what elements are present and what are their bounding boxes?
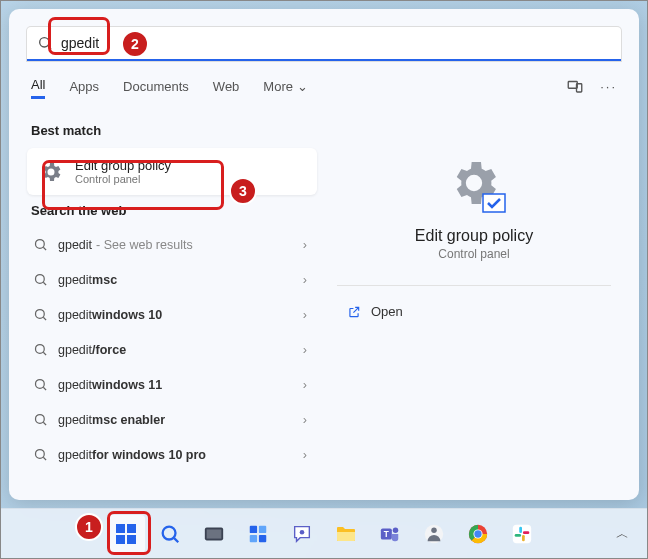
svg-rect-28 xyxy=(259,525,266,532)
annotation-badge-3: 3 xyxy=(229,177,257,205)
svg-rect-27 xyxy=(250,525,257,532)
tab-documents[interactable]: Documents xyxy=(123,79,189,94)
svg-rect-26 xyxy=(207,529,222,538)
search-icon xyxy=(33,377,48,392)
chat-button[interactable] xyxy=(283,515,321,553)
search-icon xyxy=(33,447,48,462)
devices-icon[interactable] xyxy=(566,77,584,95)
tab-apps[interactable]: Apps xyxy=(69,79,99,94)
svg-rect-45 xyxy=(522,534,525,540)
more-options-icon[interactable]: ··· xyxy=(600,79,617,94)
slack-icon xyxy=(511,523,533,545)
svg-rect-46 xyxy=(523,531,529,534)
task-view-button[interactable] xyxy=(195,515,233,553)
checkmark-overlay-icon xyxy=(482,193,506,213)
best-match-subtitle: Control panel xyxy=(75,173,171,185)
svg-point-23 xyxy=(163,526,176,539)
web-result-item[interactable]: gpedit msc› xyxy=(27,263,317,296)
svg-point-34 xyxy=(393,527,399,533)
svg-line-11 xyxy=(43,352,46,355)
svg-point-31 xyxy=(300,529,305,534)
svg-rect-43 xyxy=(519,526,522,532)
search-icon xyxy=(37,35,53,51)
search-input[interactable]: gpedit xyxy=(27,27,621,61)
slack-button[interactable] xyxy=(503,515,541,553)
svg-line-15 xyxy=(43,422,46,425)
search-panel: gpedit All Apps Documents Web More⌄ ··· … xyxy=(9,9,639,500)
svg-rect-22 xyxy=(127,535,136,544)
chevron-right-icon: › xyxy=(303,343,307,357)
tab-more[interactable]: More⌄ xyxy=(263,79,308,94)
start-button[interactable] xyxy=(107,515,145,553)
svg-rect-21 xyxy=(116,535,125,544)
web-result-item[interactable]: gpedit windows 10› xyxy=(27,298,317,331)
web-result-item[interactable]: gpedit /force› xyxy=(27,333,317,366)
preview-subtitle: Control panel xyxy=(438,247,509,261)
svg-point-6 xyxy=(36,275,45,284)
chevron-right-icon: › xyxy=(303,413,307,427)
widgets-button[interactable] xyxy=(239,515,277,553)
open-label: Open xyxy=(371,304,403,319)
svg-rect-20 xyxy=(127,524,136,533)
svg-rect-19 xyxy=(116,524,125,533)
web-result-item[interactable]: gpedit - See web results› xyxy=(27,228,317,261)
svg-line-5 xyxy=(43,247,46,250)
svg-point-41 xyxy=(474,530,481,537)
preview-pane: Edit group policy Control panel Open xyxy=(327,115,621,471)
annotation-badge-1: 1 xyxy=(75,513,103,541)
preview-title: Edit group policy xyxy=(415,227,533,245)
search-icon xyxy=(33,237,48,252)
tab-all[interactable]: All xyxy=(31,77,45,99)
svg-line-7 xyxy=(43,282,46,285)
windows-logo-icon xyxy=(114,522,138,546)
web-result-item[interactable]: gpedit windows 11› xyxy=(27,368,317,401)
svg-point-12 xyxy=(36,380,45,389)
tab-web[interactable]: Web xyxy=(213,79,240,94)
best-match-title: Edit group policy xyxy=(75,158,171,173)
search-icon xyxy=(33,342,48,357)
folder-icon xyxy=(334,522,358,546)
search-web-header: Search the web xyxy=(31,203,317,218)
web-result-item[interactable]: gpedit for windows 10 pro› xyxy=(27,438,317,471)
svg-rect-42 xyxy=(513,524,531,542)
teams-icon: T xyxy=(379,523,401,545)
svg-line-9 xyxy=(43,317,46,320)
file-explorer-button[interactable] xyxy=(327,515,365,553)
best-match-header: Best match xyxy=(31,123,317,138)
divider xyxy=(337,285,611,286)
search-icon xyxy=(33,272,48,287)
svg-rect-29 xyxy=(250,534,257,541)
best-match-result[interactable]: Edit group policy Control panel xyxy=(27,148,317,195)
chat-icon xyxy=(291,523,313,545)
teams-button[interactable]: T xyxy=(371,515,409,553)
system-tray-expand[interactable]: ︿ xyxy=(616,525,629,543)
chevron-down-icon: ⌄ xyxy=(297,79,308,94)
chevron-right-icon: › xyxy=(303,273,307,287)
chrome-button[interactable] xyxy=(459,515,497,553)
svg-line-1 xyxy=(48,46,51,49)
web-results-list: gpedit - See web results›gpedit msc›gped… xyxy=(27,228,317,471)
svg-rect-18 xyxy=(483,194,505,212)
task-view-icon xyxy=(203,523,225,545)
taskbar-app-1[interactable] xyxy=(415,515,453,553)
results-left-pane: Best match Edit group policy Control pan… xyxy=(27,115,317,471)
search-icon xyxy=(159,523,181,545)
open-action[interactable]: Open xyxy=(337,304,403,319)
svg-point-14 xyxy=(36,415,45,424)
chrome-icon xyxy=(467,523,489,545)
svg-line-24 xyxy=(174,538,178,542)
search-icon xyxy=(33,412,48,427)
svg-rect-30 xyxy=(259,534,266,541)
filter-tabs: All Apps Documents Web More⌄ ··· xyxy=(27,73,621,105)
web-result-item[interactable]: gpedit msc enabler› xyxy=(27,403,317,436)
chevron-right-icon: › xyxy=(303,378,307,392)
search-icon xyxy=(33,307,48,322)
svg-line-13 xyxy=(43,387,46,390)
search-query-text: gpedit xyxy=(61,35,99,51)
chevron-right-icon: › xyxy=(303,238,307,252)
svg-point-4 xyxy=(36,240,45,249)
svg-text:T: T xyxy=(384,529,389,538)
svg-line-17 xyxy=(43,457,46,460)
preview-app-icon xyxy=(446,155,502,211)
taskbar-search-button[interactable] xyxy=(151,515,189,553)
